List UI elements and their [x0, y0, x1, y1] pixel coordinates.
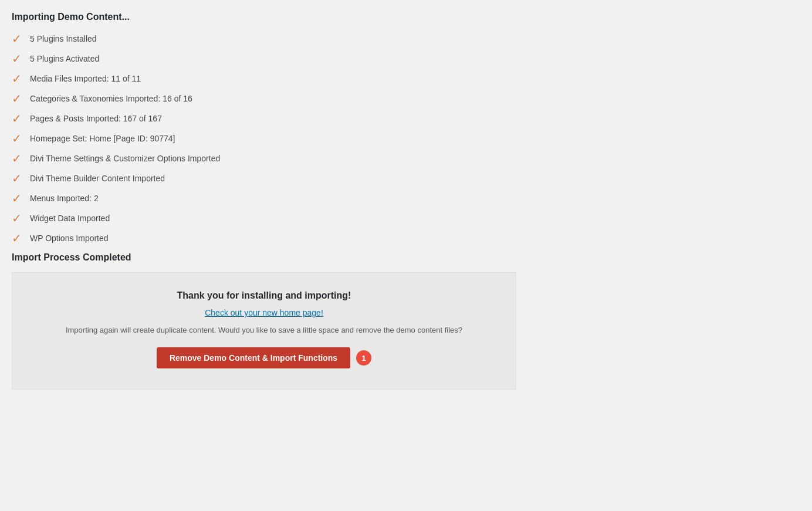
- remove-demo-button[interactable]: Remove Demo Content & Import Functions: [157, 347, 350, 368]
- main-title: Importing Demo Content...: [12, 12, 516, 22]
- checklist-item-text: 5 Plugins Activated: [30, 54, 99, 63]
- checklist: ✓5 Plugins Installed✓5 Plugins Activated…: [12, 33, 516, 244]
- checklist-item-media-imported: ✓Media Files Imported: 11 of 11: [12, 73, 516, 84]
- checklist-item-text: Pages & Posts Imported: 167 of 167: [30, 114, 162, 123]
- check-icon: ✓: [12, 53, 22, 65]
- page-container: Importing Demo Content... ✓5 Plugins Ins…: [12, 12, 516, 390]
- checklist-item-menus-imported: ✓Menus Imported: 2: [12, 192, 516, 204]
- badge-number: 1: [356, 350, 371, 366]
- checklist-item-text: Homepage Set: Home [Page ID: 90774]: [30, 134, 175, 143]
- checklist-item-text: Media Files Imported: 11 of 11: [30, 74, 141, 83]
- checklist-item-text: 5 Plugins Installed: [30, 34, 97, 43]
- checklist-item-text: Menus Imported: 2: [30, 194, 99, 203]
- checklist-item-widget-imported: ✓Widget Data Imported: [12, 212, 516, 224]
- checklist-item-homepage-set: ✓Homepage Set: Home [Page ID: 90774]: [12, 133, 516, 144]
- checklist-item-text: Widget Data Imported: [30, 214, 110, 223]
- check-icon: ✓: [12, 133, 22, 144]
- checklist-item-pages-imported: ✓Pages & Posts Imported: 167 of 167: [12, 113, 516, 124]
- checklist-item-theme-settings: ✓Divi Theme Settings & Customizer Option…: [12, 153, 516, 164]
- check-icon: ✓: [12, 73, 22, 84]
- check-icon: ✓: [12, 232, 22, 244]
- checklist-item-plugins-installed: ✓5 Plugins Installed: [12, 33, 516, 45]
- button-area: Remove Demo Content & Import Functions 1: [24, 347, 504, 368]
- check-icon: ✓: [12, 33, 22, 45]
- check-icon: ✓: [12, 172, 22, 184]
- check-icon: ✓: [12, 93, 22, 104]
- checklist-item-text: Divi Theme Settings & Customizer Options…: [30, 154, 220, 163]
- completion-box: Thank you for installing and importing! …: [12, 272, 516, 390]
- checklist-item-text: WP Options Imported: [30, 233, 109, 243]
- warning-text: Importing again will create duplicate co…: [24, 326, 504, 334]
- checklist-item-text: Divi Theme Builder Content Imported: [30, 174, 165, 183]
- check-icon: ✓: [12, 113, 22, 124]
- checklist-item-plugins-activated: ✓5 Plugins Activated: [12, 53, 516, 65]
- checklist-item-theme-builder: ✓Divi Theme Builder Content Imported: [12, 172, 516, 184]
- checklist-item-categories-imported: ✓Categories & Taxonomies Imported: 16 of…: [12, 93, 516, 104]
- check-icon: ✓: [12, 212, 22, 224]
- home-page-link[interactable]: Check out your new home page!: [24, 308, 504, 317]
- check-icon: ✓: [12, 153, 22, 164]
- checklist-item-wp-options: ✓WP Options Imported: [12, 232, 516, 244]
- check-icon: ✓: [12, 192, 22, 204]
- thank-you-text: Thank you for installing and importing!: [24, 290, 504, 301]
- checklist-item-text: Categories & Taxonomies Imported: 16 of …: [30, 94, 192, 103]
- completed-title: Import Process Completed: [12, 252, 516, 263]
